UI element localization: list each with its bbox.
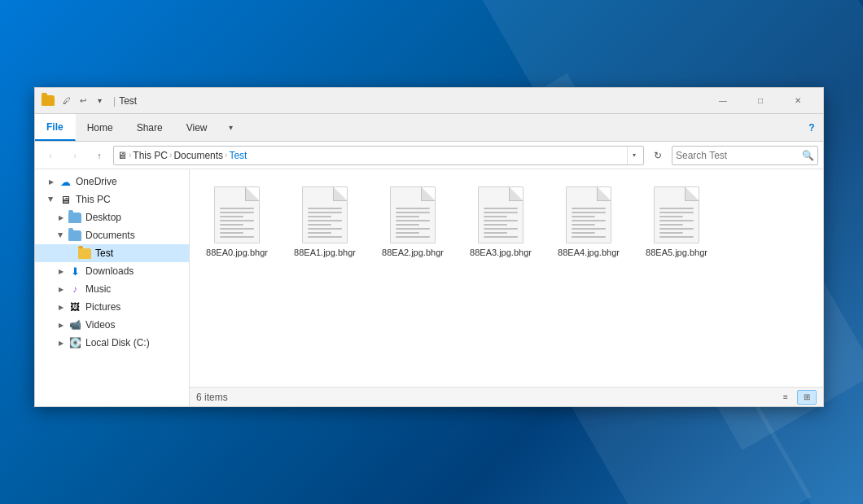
back-button[interactable]: ‹ xyxy=(40,145,61,166)
minimize-button[interactable]: — xyxy=(704,88,742,114)
doc-lines-5 xyxy=(655,208,699,238)
sidebar-label-desktop: Desktop xyxy=(85,212,121,223)
downloads-icon: ⬇ xyxy=(68,264,82,278)
status-bar: 6 items ≡ ⊞ xyxy=(190,387,823,406)
breadcrumb-documents[interactable]: Documents xyxy=(173,150,223,161)
onedrive-icon: ☁ xyxy=(58,174,72,189)
breadcrumb-sep-3: › xyxy=(225,151,227,160)
doc-lines-2 xyxy=(391,208,435,238)
file-item-5[interactable]: 88EA5.jpg.bhgr xyxy=(636,179,717,262)
address-dropdown-button[interactable]: ▾ xyxy=(627,147,640,164)
sidebar: ▶ ☁ OneDrive ▶ 🖥 This PC ▶ Des xyxy=(35,169,190,406)
file-label-5: 88EA5.jpg.bhgr xyxy=(646,247,707,258)
sidebar-item-music[interactable]: ▶ ♪ Music xyxy=(35,280,189,298)
file-item-4[interactable]: 88EA4.jpg.bhgr xyxy=(548,179,629,262)
breadcrumb-this-pc[interactable]: This PC xyxy=(133,150,168,161)
file-content-area: 88EA0.jpg.bhgr xyxy=(190,169,823,406)
file-label-0: 88EA0.jpg.bhgr xyxy=(206,247,268,258)
navigation-bar: ‹ › ↑ 🖥 › This PC › Documents › Test ▾ ↻… xyxy=(35,142,823,169)
sidebar-item-onedrive[interactable]: ▶ ☁ OneDrive xyxy=(35,173,189,191)
file-item-0[interactable]: 88EA0.jpg.bhgr xyxy=(196,179,278,262)
sidebar-item-test[interactable]: Test xyxy=(35,244,189,262)
ribbon-expand-button[interactable]: ▾ xyxy=(220,114,243,141)
file-icon-2 xyxy=(390,186,436,243)
doc-lines-0 xyxy=(215,208,259,238)
file-item-2[interactable]: 88EA2.jpg.bhgr xyxy=(372,179,453,262)
expand-arrow-videos: ▶ xyxy=(55,318,68,331)
qa-dropdown-button[interactable]: ▾ xyxy=(92,94,107,108)
qa-properties-button[interactable]: 🖊 xyxy=(59,94,74,108)
tab-share[interactable]: Share xyxy=(125,114,175,141)
qa-undo-button[interactable]: ↩ xyxy=(76,94,90,108)
tab-view[interactable]: View xyxy=(175,114,220,141)
file-label-1: 88EA1.jpg.bhgr xyxy=(294,247,356,258)
sidebar-item-documents[interactable]: ▶ Documents xyxy=(35,226,189,244)
tab-home[interactable]: Home xyxy=(76,114,125,141)
file-explorer-window: 🖊 ↩ ▾ | Test — □ ✕ File Home Share View … xyxy=(34,87,824,407)
file-label-3: 88EA3.jpg.bhgr xyxy=(470,247,532,258)
search-icon[interactable]: 🔍 xyxy=(802,150,814,161)
file-label-4: 88EA4.jpg.bhgr xyxy=(558,247,620,258)
search-input[interactable] xyxy=(676,150,802,161)
sidebar-label-local-disk: Local Disk (C:) xyxy=(85,337,150,348)
sidebar-label-pictures: Pictures xyxy=(85,301,120,313)
file-grid: 88EA0.jpg.bhgr xyxy=(190,169,823,387)
sidebar-item-desktop[interactable]: ▶ Desktop xyxy=(35,208,189,226)
address-bar[interactable]: 🖥 › This PC › Documents › Test ▾ xyxy=(113,146,644,165)
desktop-folder-icon xyxy=(68,210,82,225)
videos-icon: 📹 xyxy=(68,318,82,332)
test-folder-icon xyxy=(77,246,92,261)
large-icons-view-icon: ⊞ xyxy=(804,392,810,401)
tab-file[interactable]: File xyxy=(35,114,76,141)
close-button[interactable]: ✕ xyxy=(779,88,817,114)
maximize-button[interactable]: □ xyxy=(742,88,779,114)
sidebar-label-videos: Videos xyxy=(85,319,115,331)
expand-arrow-documents: ▶ xyxy=(55,229,68,242)
sidebar-item-pictures[interactable]: ▶ 🖼 Pictures xyxy=(35,298,189,316)
sidebar-item-videos[interactable]: ▶ 📹 Videos xyxy=(35,316,189,334)
file-icon-1 xyxy=(302,186,348,243)
music-icon: ♪ xyxy=(68,282,82,296)
breadcrumb-computer-icon: 🖥 xyxy=(117,150,127,161)
documents-folder-icon xyxy=(68,228,82,243)
title-separator: | xyxy=(113,95,116,107)
expand-arrow-downloads: ▶ xyxy=(55,265,68,278)
sidebar-item-this-pc[interactable]: ▶ 🖥 This PC xyxy=(35,191,189,208)
details-view-button[interactable]: ≡ xyxy=(776,390,795,405)
sidebar-item-local-disk[interactable]: ▶ 💽 Local Disk (C:) xyxy=(35,334,189,352)
sidebar-label-music: Music xyxy=(85,283,111,295)
drive-icon: 💽 xyxy=(68,335,82,350)
window-icon xyxy=(42,94,55,107)
search-box[interactable]: 🔍 xyxy=(672,146,818,165)
window-title: Test xyxy=(119,95,704,107)
expand-arrow-local-disk: ▶ xyxy=(55,336,68,349)
expand-arrow-pictures: ▶ xyxy=(55,300,68,313)
expand-arrow-test xyxy=(64,247,77,260)
folder-title-icon xyxy=(42,95,55,106)
file-icon-3 xyxy=(478,186,523,243)
expand-arrow-onedrive: ▶ xyxy=(45,175,58,188)
file-label-2: 88EA2.jpg.bhgr xyxy=(382,247,444,258)
file-item-3[interactable]: 88EA3.jpg.bhgr xyxy=(460,179,541,262)
sidebar-item-downloads[interactable]: ▶ ⬇ Downloads xyxy=(35,262,189,280)
breadcrumb-test[interactable]: Test xyxy=(229,150,247,161)
file-icon-5 xyxy=(654,186,699,243)
main-area: ▶ ☁ OneDrive ▶ 🖥 This PC ▶ Des xyxy=(35,169,823,406)
breadcrumb-sep-2: › xyxy=(169,151,172,160)
file-item-1[interactable]: 88EA1.jpg.bhgr xyxy=(284,179,366,262)
refresh-button[interactable]: ↻ xyxy=(647,145,668,166)
sidebar-label-test: Test xyxy=(95,248,113,259)
file-icon-4 xyxy=(566,186,611,243)
quick-access-toolbar: 🖊 ↩ ▾ xyxy=(59,94,107,108)
large-icons-view-button[interactable]: ⊞ xyxy=(797,390,817,405)
doc-lines-3 xyxy=(479,208,523,238)
view-buttons: ≡ ⊞ xyxy=(776,390,817,405)
this-pc-icon: 🖥 xyxy=(58,192,72,207)
pictures-icon: 🖼 xyxy=(68,300,82,314)
expand-arrow-desktop: ▶ xyxy=(55,211,68,224)
up-button[interactable]: ↑ xyxy=(89,145,110,166)
sidebar-label-documents: Documents xyxy=(85,230,135,241)
expand-arrow-music: ▶ xyxy=(55,283,68,296)
forward-button[interactable]: › xyxy=(64,145,85,166)
help-button[interactable]: ? xyxy=(800,114,823,141)
